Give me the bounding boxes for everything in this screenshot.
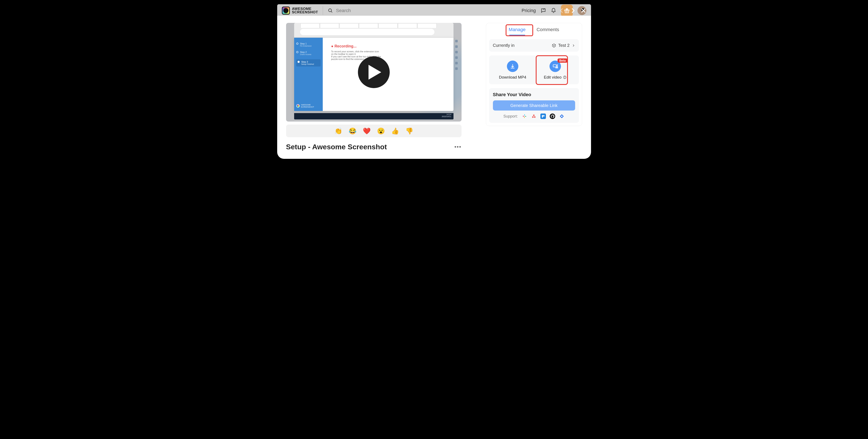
close-icon <box>580 7 587 14</box>
feedback-icon[interactable] <box>540 8 546 13</box>
reactions-bar: 👏 😂 ❤️ 😮 👍 👎 <box>286 125 462 137</box>
svg-rect-22 <box>543 115 544 117</box>
share-title: Share Your Video <box>493 92 575 97</box>
current-folder-row[interactable]: Currently in Test 2 <box>489 39 579 52</box>
play-button[interactable] <box>358 56 390 88</box>
search-placeholder: Search <box>336 8 351 13</box>
svg-point-20 <box>534 116 535 118</box>
reaction-laugh[interactable]: 😂 <box>349 127 356 135</box>
manage-panel: Manage Comments Currently in Test 2 <box>486 23 582 126</box>
preview-taskbar: 14:142022/10/11 <box>294 113 454 120</box>
jira-icon[interactable] <box>559 113 564 119</box>
share-section: Share Your Video Generate Shareable Link… <box>489 88 579 123</box>
preview-browser-chrome <box>294 23 454 38</box>
svg-point-18 <box>533 114 534 116</box>
svg-point-13 <box>564 78 565 78</box>
generate-link-button[interactable]: Generate Shareable Link <box>493 100 575 110</box>
pricing-link[interactable]: Pricing <box>522 8 536 13</box>
svg-marker-6 <box>369 65 381 80</box>
slack-icon[interactable] <box>522 113 527 119</box>
play-icon <box>369 65 381 80</box>
svg-rect-16 <box>524 117 525 118</box>
reaction-thumbs-down[interactable]: 👎 <box>405 127 413 135</box>
current-folder-link[interactable]: Test 2 <box>552 43 575 48</box>
chevron-right-icon <box>572 44 575 47</box>
preview-side-icons <box>455 40 459 109</box>
svg-rect-14 <box>524 114 525 115</box>
svg-point-19 <box>532 116 533 118</box>
bell-icon[interactable] <box>551 8 556 13</box>
svg-rect-15 <box>525 116 526 117</box>
more-menu-button[interactable]: ••• <box>454 143 461 150</box>
tab-manage[interactable]: Manage <box>507 27 527 35</box>
currently-in-label: Currently in <box>493 43 515 48</box>
help-icon[interactable] <box>563 75 567 79</box>
app-header: AWESOME SCREENSHOT Search Pricing <box>277 4 591 17</box>
svg-point-0 <box>329 9 332 12</box>
edit-video-button[interactable]: Beta Edit video <box>535 59 575 80</box>
chevron-left-icon <box>559 7 565 14</box>
reaction-heart[interactable]: ❤️ <box>363 127 371 135</box>
svg-rect-21 <box>542 115 543 117</box>
video-preview[interactable]: Step 1Pin Extension Step 2Grant Access S… <box>286 23 462 122</box>
cube-icon <box>552 43 556 48</box>
reaction-wow[interactable]: 😮 <box>377 127 385 135</box>
download-mp4-button[interactable]: Download MP4 <box>493 59 532 80</box>
brand-text: AWESOME SCREENSHOT <box>292 7 318 14</box>
trello-icon[interactable] <box>540 113 546 119</box>
brand: AWESOME SCREENSHOT <box>282 7 318 14</box>
chevron-right-icon <box>569 7 576 14</box>
next-button[interactable] <box>568 6 577 15</box>
reaction-thumbs-up[interactable]: 👍 <box>391 127 399 135</box>
video-detail-modal: Step 1Pin Extension Step 2Grant Access S… <box>277 16 591 159</box>
svg-marker-8 <box>556 65 557 67</box>
asana-icon[interactable] <box>531 113 536 119</box>
svg-line-1 <box>331 11 332 12</box>
brand-logo-icon <box>282 7 290 14</box>
svg-rect-17 <box>523 116 524 116</box>
search-icon <box>328 8 333 13</box>
close-button[interactable] <box>579 6 588 15</box>
download-icon <box>507 61 518 72</box>
svg-point-10 <box>557 67 558 68</box>
github-icon[interactable] <box>550 113 555 119</box>
support-label: Support: <box>503 114 518 119</box>
reaction-clap[interactable]: 👏 <box>334 127 342 135</box>
svg-rect-7 <box>553 65 556 67</box>
tab-comments[interactable]: Comments <box>535 27 560 35</box>
prev-button[interactable] <box>558 6 566 15</box>
search-input[interactable]: Search <box>328 8 351 13</box>
beta-badge: Beta <box>558 59 567 63</box>
video-title: Setup - Awesome Screenshot <box>286 143 387 151</box>
svg-point-9 <box>556 67 557 68</box>
